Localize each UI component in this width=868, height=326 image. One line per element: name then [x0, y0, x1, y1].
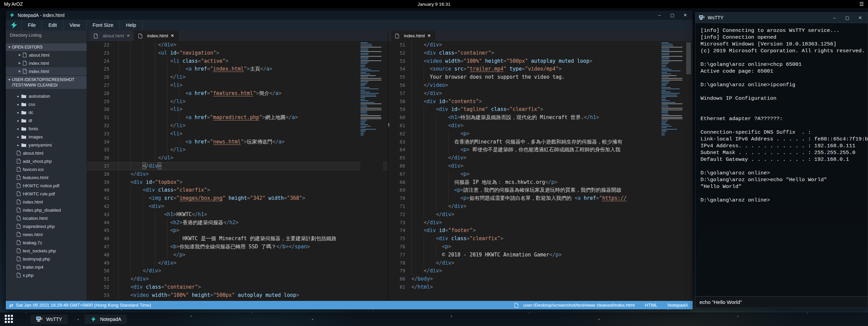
code-line[interactable]: 69 <p>請注意，我們的伺服器為確保玩家及遊玩時的質素，我們對的服器開啟	[388, 186, 693, 194]
code-line[interactable]: 31 <a href="mapredirect.php">網上地圖</a>	[87, 114, 388, 122]
code-line[interactable]: 55 Your browser does not support the vid…	[388, 73, 693, 81]
code-line[interactable]: 53 <video width="100%" height="500px" au…	[388, 57, 693, 65]
statusbar-language[interactable]: HTML	[645, 303, 657, 308]
close-icon[interactable]: ✕	[18, 53, 23, 57]
code-line[interactable]: 47 <b>你知道我們全線伺服器已轉用 SSD 了嗎？</b></span>	[87, 243, 388, 251]
code-line[interactable]: 23 <ul id="navigation">	[87, 49, 388, 57]
close-icon[interactable]: ✕	[428, 34, 431, 38]
code-line[interactable]: 57 </div>	[388, 90, 693, 98]
statusbar-filepath[interactable]: user:/Desktop/screenshot/test/www cleane…	[523, 303, 635, 308]
tree-folder[interactable]: ▸ dl	[6, 116, 87, 124]
notepada-titlebar[interactable]: NotepadA - index.html – ▢ ✕	[6, 11, 693, 20]
code-line[interactable]: 56 </video>	[388, 81, 693, 90]
code-line[interactable]: 37 </div>	[87, 162, 388, 170]
code-line[interactable]: 59 <div id="tagline" class="clearfix">	[388, 106, 693, 114]
code-line[interactable]: 78 </div>	[388, 259, 693, 267]
code-line[interactable]: 30 <li>	[87, 106, 388, 114]
tree-folder[interactable]: ▸ autostation	[6, 92, 87, 100]
minimap[interactable]	[360, 42, 383, 301]
editor-tab[interactable]: index.html ✕	[134, 31, 178, 41]
maximize-button[interactable]: ▢	[670, 13, 675, 18]
code-line[interactable]: 35 </li>	[87, 146, 388, 154]
code-line[interactable]: 63 在香港的Minecraft 伺服器中，多為小遊戲和純生存的伺服器，較少擁有	[388, 138, 693, 146]
open-editors-section-header[interactable]: ▾ OPEN EDITORS	[6, 43, 87, 51]
code-line[interactable]: 53 <video width="100%" height="500px" au…	[87, 291, 388, 300]
code-line[interactable]: 41 <img src="images/box.png" height="342…	[87, 194, 388, 203]
code-line[interactable]: 34 <a href="news.html">玩家傳送門</a>	[87, 138, 388, 146]
minimize-button[interactable]: –	[832, 15, 837, 20]
code-line[interactable]: 42 <div>	[87, 203, 388, 211]
code-line[interactable]: 38 </div>	[87, 170, 388, 178]
close-button[interactable]: ✕	[683, 13, 688, 18]
code-line[interactable]: 45 <p>	[87, 227, 388, 235]
code-line[interactable]: 74 <div id="footer">	[388, 227, 693, 235]
scrollbar-thumb[interactable]	[686, 42, 691, 74]
close-button[interactable]: ✕	[857, 15, 863, 20]
code-line[interactable]: 76 <p>	[388, 243, 693, 251]
pane-drag-handle-icon[interactable]	[388, 123, 389, 127]
terminal-input[interactable]: echo "Hello World"	[695, 296, 868, 308]
code-editor-right[interactable]: 51 </div> 52 <div class="container"> 53 …	[388, 41, 693, 301]
tree-file[interactable]: mapredirect.php	[6, 222, 87, 230]
tree-folder[interactable]: ▸ yamiyamimi	[6, 141, 87, 149]
code-line[interactable]: 75 <div class="clearfix">	[388, 235, 693, 243]
menu-item-help[interactable]: Help	[120, 20, 143, 31]
code-line[interactable]: 27 <li>	[87, 81, 388, 90]
code-line[interactable]: 46 HKWTC 是一個 Minecraft 的建築伺服器，主要建築計劃包括鐵路	[87, 235, 388, 243]
code-line[interactable]: 58 <div id="contents">	[388, 98, 693, 106]
tree-file[interactable]: test_sockets.php	[6, 247, 87, 255]
code-line[interactable]: 44 <h2>香港的建築伺服器</h2>	[87, 219, 388, 227]
code-line[interactable]: 39 <div id="topbox">	[87, 178, 388, 187]
tree-folder[interactable]: ▸ fonts	[6, 124, 87, 133]
code-line[interactable]: 62 <p>	[388, 130, 693, 138]
code-line[interactable]: 72 </div>	[388, 211, 693, 219]
menu-item-font-size[interactable]: Font Size	[86, 20, 120, 31]
code-line[interactable]: 24 <li class="active">	[87, 57, 388, 65]
tree-file[interactable]: index.php_disabled	[6, 206, 87, 214]
menu-item-file[interactable]: File	[21, 20, 42, 31]
code-line[interactable]: 65 </div>	[388, 154, 693, 162]
minimize-button[interactable]: –	[657, 13, 662, 18]
open-editor-item[interactable]: ✕ about.html	[6, 51, 87, 59]
code-line[interactable]: 48 </p>	[87, 251, 388, 259]
code-line[interactable]: 64 <p> 即使你不是建築師，你也能透過紅石師或鐵路工程師的身份加入我	[388, 146, 693, 154]
code-line[interactable]: 68 伺服器 IP 地址為： mcs.hkwtc.org</p>	[388, 178, 693, 187]
code-line[interactable]: 52 <div class="container">	[87, 283, 388, 291]
code-line[interactable]: 73 </div>	[388, 219, 693, 227]
code-line[interactable]: 66 <div>	[388, 162, 693, 170]
code-editor-left[interactable]: 22 </div> 23 <ul id="navigation"> 24 <li…	[87, 41, 388, 301]
menu-item-view[interactable]: View	[63, 20, 86, 31]
code-line[interactable]: 81 </html>	[388, 283, 693, 291]
tree-file[interactable]: trailer.mp4	[6, 263, 87, 271]
code-line[interactable]: 80 </body>	[388, 275, 693, 283]
tree-file[interactable]: index.html	[6, 198, 87, 206]
open-editor-item[interactable]: ✕ index.html	[6, 67, 87, 75]
code-line[interactable]: 29 </li>	[87, 98, 388, 106]
code-line[interactable]: 49 </div>	[87, 259, 388, 267]
menu-item-edit[interactable]: Edit	[42, 20, 63, 31]
tree-file[interactable]: HKWTC rule.pdf	[6, 190, 87, 198]
workspace-section-header[interactable]: ▾ USER:/DESKTOP/SCREENSHOT/TEST/WWW CLEA…	[6, 76, 87, 89]
code-line[interactable]: 61 <div>	[388, 122, 693, 130]
tree-file[interactable]: testmysql.php	[6, 255, 87, 263]
code-line[interactable]: 67 <p>	[388, 170, 693, 178]
code-line[interactable]: 26 </li>	[87, 73, 388, 81]
close-icon[interactable]: ✕	[18, 61, 23, 65]
tree-file[interactable]: about.html	[6, 149, 87, 157]
minimap[interactable]	[661, 42, 683, 301]
code-line[interactable]: 79 </div>	[388, 267, 693, 275]
code-line[interactable]: 70 <p>如有問題或需要申請白名單，歡迎加入我們的 <a href="http…	[388, 194, 693, 203]
taskbar-item-notepada[interactable]: NotepadA	[85, 314, 127, 324]
tree-file[interactable]: x.php	[6, 271, 87, 279]
editor-tab[interactable]: about.html ✕	[90, 31, 134, 41]
code-line[interactable]: 25 <a href="index.html">主頁</a>	[87, 65, 388, 73]
code-line[interactable]: 40 <div class="clearfix">	[87, 186, 388, 194]
hamburger-menu-icon[interactable]: ☰	[860, 1, 864, 7]
tree-file[interactable]: favicon.ico	[6, 165, 87, 173]
code-line[interactable]: 51 </div>	[87, 275, 388, 283]
code-line[interactable]: 28 <a href="features.html">簡介</a>	[87, 90, 388, 98]
code-line[interactable]: 32 </li>	[87, 122, 388, 130]
open-editor-item[interactable]: ✕ index.html	[6, 59, 87, 67]
tree-file[interactable]: location.html	[6, 214, 87, 222]
close-icon[interactable]: ✕	[18, 70, 23, 73]
